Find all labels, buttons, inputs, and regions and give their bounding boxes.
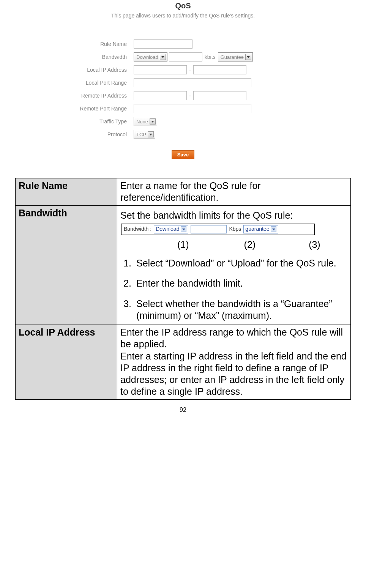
fig-direction-value: Download xyxy=(156,226,179,233)
figure-number-row: (1) (2) (3) xyxy=(120,236,347,257)
remote-ip-label: Remote IP Address xyxy=(73,93,134,99)
remote-port-label: Remote Port Range xyxy=(73,106,134,112)
local-ip-end-input[interactable] xyxy=(193,65,246,74)
bandwidth-value-input[interactable] xyxy=(169,52,202,61)
rule-name-label: Rule Name xyxy=(73,41,134,47)
chevron-down-icon xyxy=(245,54,251,60)
chevron-down-icon xyxy=(271,226,276,232)
fig-mode-select: guarantee xyxy=(243,225,278,233)
fig-num-3: (3) xyxy=(309,239,320,251)
bandwidth-mode-value: Guarantee xyxy=(221,54,244,60)
table-row: Rule Name Enter a name for the QoS rule … xyxy=(16,178,351,206)
range-dash: - xyxy=(189,93,191,99)
bandwidth-direction-value: Download xyxy=(136,54,158,60)
protocol-select[interactable]: TCP xyxy=(134,130,155,139)
range-dash: - xyxy=(189,67,191,73)
doc-local-ip-body: Enter the IP address range to which the … xyxy=(117,325,351,400)
fig-direction-select: Download xyxy=(154,225,188,233)
local-ip-start-input[interactable] xyxy=(134,65,187,74)
bandwidth-units-label: kbits xyxy=(205,54,216,60)
protocol-label: Protocol xyxy=(73,131,134,137)
doc-local-ip-head: Local IP Address xyxy=(16,325,117,400)
traffic-type-value: None xyxy=(136,119,148,125)
doc-bandwidth-intro: Set the bandwidth limits for the QoS rul… xyxy=(120,210,347,221)
traffic-type-select[interactable]: None xyxy=(134,117,157,126)
bandwidth-mode-select[interactable]: Guarantee xyxy=(218,52,253,61)
doc-table: Rule Name Enter a name for the QoS rule … xyxy=(15,178,351,400)
step-item: Select whether the bandwidth is a “Guara… xyxy=(134,298,347,322)
bandwidth-figure: Bandwidth : Download Kbps guarantee xyxy=(121,224,315,235)
doc-bandwidth-head: Bandwidth xyxy=(16,205,117,325)
chevron-down-icon xyxy=(148,131,154,137)
chevron-down-icon xyxy=(160,54,166,60)
protocol-value: TCP xyxy=(136,132,146,137)
remote-port-input[interactable] xyxy=(134,104,251,113)
page-description: This page allows users to add/modify the… xyxy=(15,13,351,19)
remote-ip-end-input[interactable] xyxy=(193,91,246,100)
remote-ip-start-input[interactable] xyxy=(134,91,187,100)
save-button[interactable]: Save xyxy=(172,150,194,159)
table-row: Bandwidth Set the bandwidth limits for t… xyxy=(16,205,351,325)
bandwidth-direction-select[interactable]: Download xyxy=(134,52,167,61)
qos-form: Rule Name Bandwidth Download kbits Guara… xyxy=(73,39,293,139)
fig-num-2: (2) xyxy=(244,239,256,251)
chevron-down-icon xyxy=(181,226,186,232)
doc-rule-name-body: Enter a name for the QoS rule for refere… xyxy=(117,178,351,206)
rule-name-input[interactable] xyxy=(134,39,192,49)
traffic-type-label: Traffic Type xyxy=(73,118,134,125)
step-item: Enter the bandwidth limit. xyxy=(134,277,347,289)
bandwidth-figure-label: Bandwidth : xyxy=(124,226,151,233)
step-item: Select “Download” or “Upload” for the Qo… xyxy=(134,257,347,269)
fig-units: Kbps xyxy=(229,226,241,233)
fig-num-1: (1) xyxy=(177,239,189,251)
local-ip-label: Local IP Address xyxy=(73,67,134,73)
fig-value-input xyxy=(191,225,227,233)
table-row: Local IP Address Enter the IP address ra… xyxy=(16,325,351,400)
doc-rule-name-head: Rule Name xyxy=(16,178,117,206)
page-number: 92 xyxy=(15,407,351,413)
bandwidth-label: Bandwidth xyxy=(73,54,134,60)
fig-mode-value: guarantee xyxy=(245,226,269,233)
local-port-label: Local Port Range xyxy=(73,80,134,86)
chevron-down-icon xyxy=(150,118,156,125)
doc-bandwidth-body: Set the bandwidth limits for the QoS rul… xyxy=(117,205,351,325)
local-port-input[interactable] xyxy=(134,78,251,87)
bandwidth-steps: Select “Download” or “Upload” for the Qo… xyxy=(127,257,347,322)
page-title: QoS xyxy=(15,0,351,13)
